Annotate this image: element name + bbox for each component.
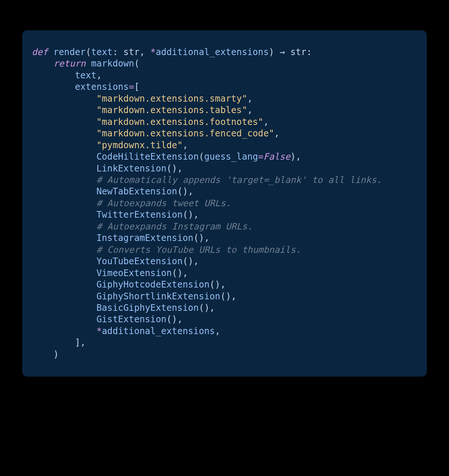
- type-str: str: [124, 47, 140, 57]
- indent: [32, 82, 75, 92]
- comma: ,: [231, 291, 237, 302]
- star-op: *: [97, 326, 102, 336]
- comma: ,: [183, 140, 188, 150]
- indent: [32, 337, 75, 348]
- call-giphyhotcode: GiphyHotcodeExtension: [97, 279, 210, 290]
- parens: (): [166, 314, 177, 324]
- paren-close: ): [53, 349, 59, 360]
- colon: :: [112, 47, 123, 57]
- indent: [32, 210, 97, 220]
- indent: [32, 233, 97, 243]
- indent: [32, 245, 97, 255]
- call-newtabextension: NewTabExtension: [97, 186, 177, 197]
- indent: [32, 291, 97, 302]
- space: [86, 58, 91, 69]
- parens: (): [172, 268, 183, 278]
- equals-op: =: [258, 152, 264, 162]
- indent: [32, 94, 97, 104]
- comma: ,: [247, 105, 253, 115]
- arg-text: text: [75, 70, 97, 81]
- space: [285, 47, 290, 57]
- comma: ,: [210, 303, 215, 313]
- paren-open: (: [134, 58, 140, 69]
- parens: (): [210, 279, 220, 290]
- star-op: *: [150, 47, 156, 57]
- string-fenced-code: "markdown.extensions.fenced_code": [97, 128, 274, 139]
- kwarg-guess-lang: guess_lang: [204, 152, 258, 162]
- parens: (): [193, 233, 204, 243]
- literal-false: False: [263, 152, 290, 162]
- call-gistextension: GistExtension: [97, 314, 166, 324]
- paren-open: (: [86, 47, 91, 57]
- comma: ,: [188, 186, 193, 197]
- indent: [32, 140, 97, 150]
- indent: [32, 186, 97, 197]
- comma: ,: [274, 128, 280, 139]
- comment-target-blank: # Automatically appends 'target=_blank' …: [97, 175, 382, 185]
- comma: ,: [183, 268, 188, 278]
- keyword-def: def: [32, 47, 48, 57]
- bracket-open: [: [134, 82, 140, 92]
- indent: [32, 58, 53, 69]
- equals-op: =: [129, 82, 134, 92]
- call-codehilite: CodeHiliteExtension: [97, 152, 199, 162]
- indent: [32, 279, 97, 290]
- keyword-return: return: [53, 58, 85, 69]
- call-basicgiphy: BasicGiphyExtension: [97, 303, 199, 313]
- indent: [32, 128, 97, 139]
- colon-end: :: [307, 47, 312, 57]
- parens: (): [199, 303, 209, 313]
- return-type: str: [290, 47, 307, 57]
- comma: ,: [204, 233, 210, 243]
- kwarg-extensions: extensions: [75, 82, 129, 92]
- call-twitterextension: TwitterExtension: [97, 210, 183, 220]
- indent: [32, 152, 97, 162]
- arg-addext: additional_extensions: [102, 326, 215, 336]
- indent: [32, 268, 97, 278]
- paren-close: ): [269, 47, 280, 57]
- comma: ,: [177, 163, 183, 174]
- call-youtubeextension: YouTubeExtension: [97, 256, 183, 266]
- comma: ,: [247, 94, 253, 104]
- indent: [32, 105, 97, 115]
- comma: ,: [177, 314, 183, 324]
- comma: ,: [193, 210, 199, 220]
- comma: ,: [215, 326, 220, 336]
- indent: [32, 198, 97, 208]
- code-block: def render(text: str, *additional_extens…: [32, 47, 417, 360]
- comma: ,: [97, 70, 102, 81]
- comment-tweet: # Autoexpands tweet URLs.: [97, 198, 231, 208]
- func-name: render: [48, 47, 86, 57]
- indent: [32, 314, 97, 324]
- parens: (): [183, 256, 193, 266]
- indent: [32, 163, 97, 174]
- parens: (): [177, 186, 188, 197]
- call-giphyshortlink: GiphyShortlinkExtension: [97, 291, 220, 302]
- comma: ,: [193, 256, 199, 266]
- string-smarty: "markdown.extensions.smarty": [97, 94, 247, 104]
- comment-instagram: # Autoexpands Instagram URLs.: [97, 221, 253, 232]
- paren-open: (: [199, 152, 204, 162]
- param-text: text: [91, 47, 112, 57]
- bracket-close: ]: [75, 337, 81, 348]
- indent: [32, 256, 97, 266]
- call-linkextension: LinkExtension: [97, 163, 166, 174]
- param-addext: additional_extensions: [156, 47, 269, 57]
- parens: (): [183, 210, 193, 220]
- comma: ,: [80, 337, 86, 348]
- parens: (): [166, 163, 177, 174]
- comma: ,: [139, 47, 150, 57]
- indent: [32, 117, 97, 127]
- comment-youtube: # Converts YouTube URLs to thumbnails.: [97, 245, 301, 255]
- indent: [32, 349, 53, 360]
- string-tilde: "pymdownx.tilde": [97, 140, 183, 150]
- indent: [32, 303, 97, 313]
- call-instagramextension: InstagramExtension: [97, 233, 193, 243]
- call-markdown: markdown: [91, 58, 134, 69]
- call-vimeoextension: VimeoExtension: [97, 268, 172, 278]
- string-footnotes: "markdown.extensions.footnotes": [97, 117, 263, 127]
- comma: ,: [220, 279, 226, 290]
- indent: [32, 326, 97, 336]
- comma: ,: [296, 152, 301, 162]
- indent: [32, 221, 97, 232]
